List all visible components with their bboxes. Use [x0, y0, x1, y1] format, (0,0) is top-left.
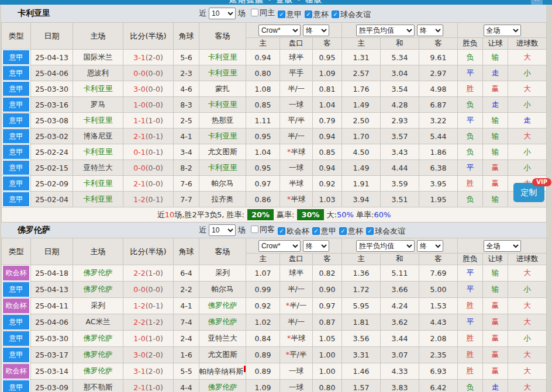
avg-home: 3.94	[342, 192, 381, 207]
league-filter-checkbox[interactable]: ✓球会友谊	[332, 9, 371, 20]
league-filter-checkbox[interactable]: ✓意杯	[305, 9, 329, 20]
score: 1-2(0-1)	[123, 298, 174, 314]
match-row: 意甲25-04-13国际米兰3-1(2-0)5-6卡利亚里0.94球半0.951…	[2, 50, 547, 65]
home-team[interactable]: 卡利亚里	[73, 176, 123, 192]
score: 0-0(0-0)	[123, 65, 174, 81]
score: 1-0(1-0)	[123, 331, 174, 347]
away-team[interactable]: 卡利亚里	[199, 129, 246, 144]
col-corner: 角球	[174, 23, 199, 50]
league-filter-checkbox[interactable]: ✓意杯	[339, 226, 363, 237]
home-team[interactable]: 佛罗伦萨	[73, 347, 123, 363]
scope-select[interactable]: 全场	[484, 240, 521, 252]
league-filter-checkbox[interactable]: ✓意甲	[312, 226, 336, 237]
away-team[interactable]: 尤文图斯	[199, 144, 246, 160]
scope-cell: 全场	[458, 238, 547, 254]
home-team[interactable]: 卡利亚里	[73, 192, 123, 207]
home-team[interactable]: 佛罗伦萨	[73, 363, 123, 380]
away-team[interactable]: 佛罗伦萨	[199, 380, 246, 392]
home-team[interactable]: 卡利亚里	[73, 113, 123, 129]
score: 2-2(1-0)	[123, 265, 174, 282]
odds-home: 0.85	[246, 97, 280, 113]
avg-final-select[interactable]: 终	[417, 25, 443, 36]
near-label: 近	[199, 225, 206, 235]
close-icon[interactable]: ✕	[531, 0, 543, 5]
result-goals: 大	[508, 347, 547, 363]
match-row: 意甲25-03-02博洛尼亚2-1(0-1)4-1卡利亚里0.95半/一0.94…	[2, 129, 547, 144]
customize-button[interactable]: 定制 VIP	[513, 183, 544, 202]
corners: 1-6	[174, 347, 199, 363]
home-team[interactable]: AC米兰	[73, 314, 123, 331]
away-team[interactable]: 卡利亚里	[199, 50, 246, 65]
away-team[interactable]: 卡利亚里	[199, 65, 246, 81]
league-filter-checkbox[interactable]: ✓意甲	[278, 9, 302, 20]
away-team[interactable]: 佛罗伦萨	[199, 314, 246, 331]
scope-select[interactable]: 全场	[484, 25, 521, 36]
home-team[interactable]: 那不勒斯	[73, 380, 123, 392]
avg-home: 1.91	[342, 176, 381, 192]
section-header: 卡利亚里 近 10 场 同主✓意甲✓意杯✓球会友谊	[1, 5, 546, 22]
result-handicap: 输	[483, 282, 508, 298]
avg-final-select[interactable]: 终	[417, 240, 443, 252]
odds-final-select[interactable]: 终	[303, 25, 329, 36]
away-team[interactable]: 卡利亚里	[199, 97, 246, 113]
result-wdl: 胜	[458, 176, 483, 192]
col-goals: 进球数	[508, 38, 547, 50]
home-team[interactable]: 博洛尼亚	[73, 129, 123, 144]
away-team[interactable]: 帕尔马	[199, 282, 246, 298]
home-team[interactable]: 亚特兰大	[73, 160, 123, 176]
league-badge: 意甲	[2, 50, 31, 65]
away-team[interactable]: 卡利亚里	[199, 160, 246, 176]
home-team[interactable]: 佛罗伦萨	[73, 282, 123, 298]
score: 1-2(0-1)	[123, 192, 174, 207]
team-name: 佛罗伦萨	[18, 225, 50, 235]
away-team[interactable]: 蒙扎	[199, 81, 246, 97]
odds-final-select[interactable]: 终	[303, 240, 329, 252]
recent-count-select[interactable]: 10	[209, 8, 236, 19]
avg-home: 1.36	[342, 265, 381, 282]
home-team[interactable]: 卡利亚里	[73, 144, 123, 160]
col-handicap: 盘口	[280, 38, 313, 50]
home-team[interactable]: 恩波利	[73, 65, 123, 81]
league-filter-checkbox[interactable]: 同客	[251, 224, 275, 235]
near-label: 近	[199, 8, 206, 19]
league-filter-checkbox[interactable]: 同主	[251, 8, 275, 18]
home-team[interactable]: 卡利亚里	[73, 81, 123, 97]
league-filter-checkbox[interactable]: ✓球会友谊	[366, 226, 405, 237]
handicap: *半球	[280, 144, 313, 160]
home-team[interactable]: 罗马	[73, 97, 123, 113]
checked-checkbox-icon: ✓	[278, 227, 285, 235]
result-goals: 小	[508, 65, 547, 81]
match-date: 25-04-06	[31, 314, 73, 331]
result-handicap: 赢	[483, 176, 508, 192]
away-team[interactable]: 佛罗伦萨	[199, 298, 246, 314]
result-wdl: 负	[458, 129, 483, 144]
avg-type-select[interactable]: 胜平负均值	[356, 240, 415, 252]
away-team[interactable]: 帕纳辛纳科斯1	[199, 363, 246, 380]
away-team[interactable]: 采列	[199, 265, 246, 282]
result-goals: 走	[508, 113, 547, 129]
avg-away: 6.87	[419, 97, 458, 113]
league-filter-checkbox[interactable]: ✓欧会杯	[278, 226, 309, 237]
avg-away: 4.43	[419, 314, 458, 331]
recent-count-select[interactable]: 10	[209, 224, 236, 236]
away-team[interactable]: 帕尔马	[199, 176, 246, 192]
home-team[interactable]: 国际米兰	[73, 50, 123, 65]
avg-home: 1.72	[342, 282, 381, 298]
odds-home: 0.89	[246, 347, 280, 363]
avg-away: 1.53	[419, 298, 458, 314]
result-handicap: 赢	[483, 314, 508, 331]
col-goals: 进球数	[508, 254, 547, 265]
odds-source-select[interactable]: Crow*	[258, 25, 301, 36]
avg-home: 2.57	[342, 65, 381, 81]
home-team[interactable]: 采列	[73, 298, 123, 314]
away-team[interactable]: 拉齐奥	[199, 192, 246, 207]
avg-away: 1.95	[419, 192, 458, 207]
corners: 6-4	[174, 265, 199, 282]
away-team[interactable]: 亚特兰大	[199, 331, 246, 347]
odds-source-select[interactable]: Crow*	[258, 240, 301, 252]
avg-type-select[interactable]: 胜平负均值	[356, 25, 415, 36]
away-team[interactable]: 热那亚	[199, 113, 246, 129]
away-team[interactable]: 尤文图斯	[199, 347, 246, 363]
home-team[interactable]: 佛罗伦萨	[73, 265, 123, 282]
home-team[interactable]: 佛罗伦萨	[73, 331, 123, 347]
